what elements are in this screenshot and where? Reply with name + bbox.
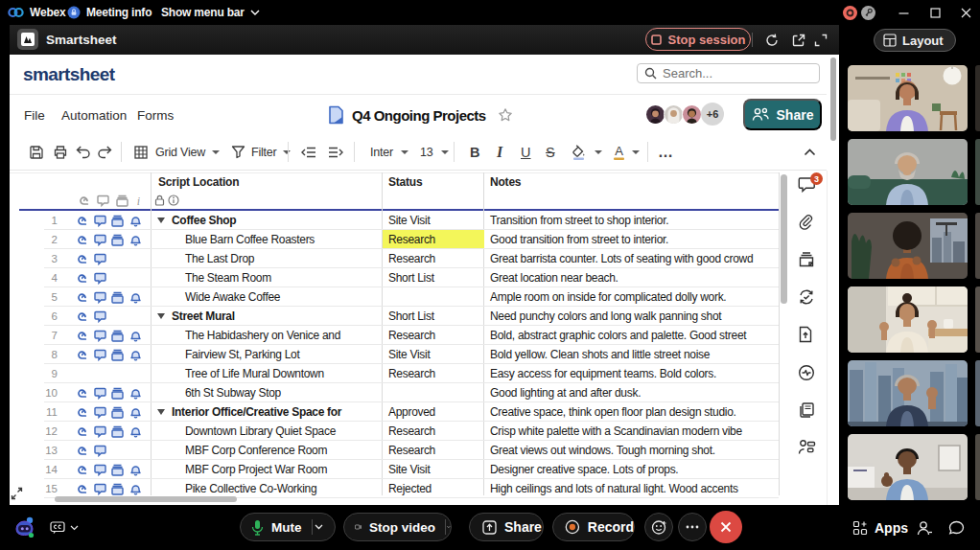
search-input[interactable]: Search... bbox=[637, 63, 820, 83]
cell-location[interactable]: The Steam Room bbox=[151, 268, 382, 287]
row-bell-icon[interactable] bbox=[129, 483, 142, 495]
participant-video-5[interactable] bbox=[848, 360, 968, 426]
sheet-row-4[interactable]: 4The Steam RoomShort ListGreat location … bbox=[10, 268, 779, 287]
stop-session-button[interactable]: Stop session bbox=[645, 28, 751, 51]
row-number[interactable]: 8 bbox=[10, 345, 58, 364]
meeting-info-button[interactable]: Meeting info bbox=[67, 0, 152, 25]
collaborator-avatars[interactable]: +6 bbox=[645, 103, 724, 126]
cell-notes[interactable]: Creative space, think open floor plan de… bbox=[484, 402, 779, 422]
cell-status[interactable]: Research bbox=[383, 364, 484, 383]
sheet-row-9[interactable]: 9Tree of Life Mural DowntownResearchEasy… bbox=[10, 364, 779, 383]
row-number[interactable]: 11 bbox=[10, 402, 58, 422]
favorite-star-icon[interactable] bbox=[498, 107, 513, 123]
cell-location[interactable]: 6th St Subway Stop bbox=[151, 383, 382, 402]
row-clip-icon[interactable] bbox=[76, 215, 88, 227]
cell-notes[interactable]: Great location near beach. bbox=[484, 268, 779, 287]
cell-notes[interactable]: Crisp white palette with a Scandinavian … bbox=[484, 422, 779, 441]
refresh-button[interactable] bbox=[763, 32, 780, 48]
row-bubble-icon[interactable] bbox=[94, 406, 106, 419]
row-bell-icon[interactable] bbox=[129, 425, 142, 438]
row-number[interactable]: 14 bbox=[10, 460, 58, 479]
close-button[interactable] bbox=[960, 0, 972, 25]
column-header-location[interactable]: Script Location bbox=[158, 175, 239, 189]
row-box-icon[interactable] bbox=[111, 406, 124, 419]
expand-sheet-icon[interactable] bbox=[11, 487, 23, 500]
cell-location[interactable]: Fairview St, Parking Lot bbox=[151, 345, 382, 364]
italic-button[interactable]: I bbox=[497, 139, 502, 165]
minimize-button[interactable] bbox=[898, 0, 910, 25]
cell-status[interactable]: Short List bbox=[383, 268, 484, 287]
sheet-row-3[interactable]: 3The Last DropResearchGreat barrista cou… bbox=[10, 249, 779, 268]
sheet-row-15[interactable]: 15Pike Collective Co-WorkingRejectedHigh… bbox=[10, 479, 779, 498]
cell-location[interactable]: MBF Corp Conference Room bbox=[151, 441, 382, 460]
row-bell-icon[interactable] bbox=[129, 215, 142, 227]
cell-notes[interactable]: Easy access for equipment teams. Bold co… bbox=[484, 364, 779, 383]
row-number[interactable]: 10 bbox=[10, 383, 58, 402]
contacts-rail-button[interactable] bbox=[798, 439, 817, 458]
row-number[interactable]: 5 bbox=[10, 287, 58, 307]
column-header-status[interactable]: Status bbox=[388, 175, 422, 189]
row-bell-icon[interactable] bbox=[129, 406, 142, 419]
cell-status[interactable]: Research bbox=[383, 422, 484, 441]
print-button[interactable] bbox=[53, 139, 68, 165]
cell-location[interactable]: Interior Office/Creative Space for bbox=[151, 402, 382, 422]
redo-button[interactable] bbox=[97, 139, 113, 165]
row-clip-icon[interactable] bbox=[76, 272, 88, 285]
row-bell-icon[interactable] bbox=[129, 464, 142, 476]
row-clip-icon[interactable] bbox=[76, 406, 88, 419]
participant-video-3[interactable] bbox=[848, 213, 968, 279]
row-bubble-icon[interactable] bbox=[94, 445, 106, 457]
avatar[interactable] bbox=[664, 104, 684, 125]
chevron-down-icon[interactable] bbox=[447, 524, 451, 530]
cell-location[interactable]: The Last Drop bbox=[151, 249, 382, 268]
row-box-icon[interactable] bbox=[111, 330, 124, 342]
cell-status[interactable]: Site Visit bbox=[383, 460, 484, 479]
row-bell-icon[interactable] bbox=[129, 330, 142, 342]
text-color-caret[interactable] bbox=[632, 139, 640, 165]
row-number[interactable]: 9 bbox=[10, 364, 58, 383]
cell-notes[interactable]: Ample room on inside for complicated dol… bbox=[484, 287, 779, 307]
sheet-row-14[interactable]: 14MBF Corp Project War RoomSite VisitDes… bbox=[10, 460, 779, 479]
cell-notes[interactable]: Bold, abstract graphic colors and palett… bbox=[484, 326, 779, 345]
cell-location[interactable]: Blue Barn Coffee Roasters bbox=[151, 230, 382, 249]
fill-color-caret[interactable] bbox=[595, 139, 602, 165]
collapse-toolbar-button[interactable] bbox=[804, 139, 816, 165]
row-clip-icon[interactable] bbox=[76, 330, 88, 342]
sheet-row-8[interactable]: 8Fairview St, Parking LotSite VisitBold … bbox=[10, 345, 779, 364]
cell-location[interactable]: The Habidashery on Venice and bbox=[151, 326, 382, 345]
cell-notes[interactable]: Bold yellow. Clean shots and little stre… bbox=[484, 345, 779, 364]
menu-automation[interactable]: Automation bbox=[61, 103, 127, 127]
cell-status[interactable]: Research bbox=[383, 326, 484, 345]
row-bubble-icon[interactable] bbox=[94, 425, 106, 438]
row-clip-icon[interactable] bbox=[76, 310, 88, 323]
open-external-button[interactable] bbox=[790, 32, 806, 48]
row-bubble-icon[interactable] bbox=[94, 387, 106, 400]
row-clip-icon[interactable] bbox=[76, 445, 88, 457]
row-box-icon[interactable] bbox=[111, 215, 124, 227]
cell-location[interactable]: Tree of Life Mural Downtown bbox=[151, 364, 382, 383]
row-bubble-icon[interactable] bbox=[94, 310, 106, 323]
font-family-selector[interactable]: Inter bbox=[370, 139, 408, 165]
show-menu-bar-button[interactable]: Show menu bar bbox=[161, 0, 260, 25]
avatar[interactable] bbox=[682, 104, 702, 125]
sheet-row-11[interactable]: 11Interior Office/Creative Space forAppr… bbox=[10, 402, 779, 422]
share-screen-button[interactable]: Share bbox=[469, 513, 544, 541]
row-bubble-icon[interactable] bbox=[94, 330, 106, 342]
row-bubble-icon[interactable] bbox=[94, 483, 106, 495]
underline-button[interactable]: U bbox=[521, 139, 530, 165]
sheet-row-7[interactable]: 7The Habidashery on Venice andResearchBo… bbox=[10, 326, 779, 345]
row-clip-icon[interactable] bbox=[76, 291, 88, 304]
collapse-triangle-icon[interactable] bbox=[157, 409, 165, 415]
row-box-icon[interactable] bbox=[111, 425, 124, 438]
cell-status[interactable]: Site Visit bbox=[383, 211, 484, 230]
row-number[interactable]: 1 bbox=[10, 211, 58, 230]
row-number[interactable]: 2 bbox=[10, 230, 58, 249]
row-box-icon[interactable] bbox=[111, 464, 124, 476]
sheet-row-5[interactable]: 5Wide Awake CoffeeAmple room on inside f… bbox=[10, 287, 779, 307]
webex-assistant-icon[interactable] bbox=[14, 505, 35, 550]
update-requests-rail-button[interactable] bbox=[798, 288, 817, 308]
expand-view-button[interactable] bbox=[812, 32, 828, 48]
participants-button[interactable] bbox=[917, 505, 933, 550]
row-bubble-icon[interactable] bbox=[94, 349, 106, 361]
record-button[interactable]: Record bbox=[552, 513, 635, 541]
